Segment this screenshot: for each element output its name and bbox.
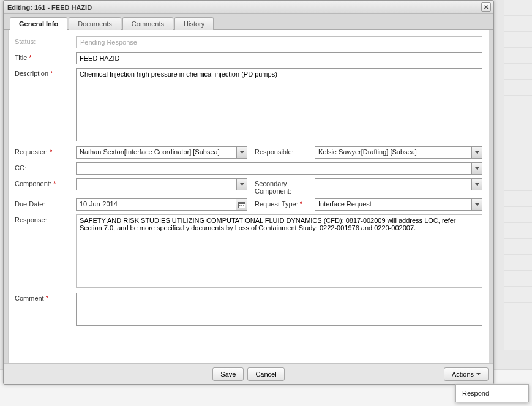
titlebar: Editing: 161 - FEED HAZID ✕ (4, 1, 493, 14)
requester-value: Nathan Sexton[Interface Coordinator] [Su… (77, 147, 236, 158)
label-description: Description * (15, 68, 76, 77)
cc-combo[interactable] (76, 162, 482, 175)
actions-button[interactable]: Actions (444, 367, 489, 381)
request-type-value: Interface Request (315, 199, 471, 210)
tab-comments[interactable]: Comments (122, 17, 173, 30)
chevron-down-icon (475, 151, 479, 154)
secondary-component-combo-trigger[interactable] (471, 179, 482, 190)
edit-window: Editing: 161 - FEED HAZID ✕ General Info… (3, 0, 494, 385)
request-type-combo[interactable]: Interface Request (315, 198, 482, 211)
actions-menu: Respond (455, 384, 529, 402)
title-input[interactable] (76, 52, 482, 64)
svg-marker-10 (475, 203, 479, 206)
chevron-down-icon (475, 183, 479, 186)
component-combo-trigger[interactable] (236, 179, 247, 190)
comment-textarea[interactable] (76, 293, 482, 326)
svg-marker-1 (475, 151, 479, 154)
due-date-picker[interactable]: 10-Jun-2014 (76, 198, 247, 211)
tabstrip: General Info Documents Comments History (4, 14, 493, 30)
requester-combo[interactable]: Nathan Sexton[Interface Coordinator] [Su… (76, 146, 247, 159)
secondary-component-value (315, 179, 471, 190)
tab-documents[interactable]: Documents (69, 17, 121, 30)
request-type-combo-trigger[interactable] (471, 199, 482, 210)
actions-button-label: Actions (452, 370, 474, 378)
dialog-footer: Save Cancel Actions (4, 363, 493, 384)
svg-marker-11 (476, 373, 481, 375)
label-request-type: Request Type: * (255, 198, 315, 208)
label-status: Status: (15, 36, 76, 45)
due-date-trigger[interactable] (236, 199, 247, 210)
label-responsible: Responsible: (255, 146, 315, 156)
window-title: Editing: 161 - FEED HAZID (7, 4, 92, 11)
requester-combo-trigger[interactable] (236, 147, 247, 158)
label-requester: Requester: * (15, 146, 76, 156)
close-button[interactable]: ✕ (481, 2, 491, 12)
chevron-down-icon (240, 183, 244, 186)
side-decor (504, 0, 532, 406)
responsible-combo[interactable]: Kelsie Sawyer[Drafting] [Subsea] (315, 146, 482, 159)
due-date-value: 10-Jun-2014 (77, 199, 236, 210)
chevron-down-icon (240, 151, 244, 154)
secondary-component-combo[interactable] (315, 178, 482, 190)
tab-history[interactable]: History (174, 17, 214, 30)
responsible-combo-trigger[interactable] (471, 147, 482, 158)
description-textarea[interactable]: Chemical Injection high pressure in chem… (76, 68, 482, 141)
form-panel: Status: Pending Response Title * Descrip… (8, 30, 489, 369)
svg-marker-0 (240, 151, 244, 154)
close-icon: ✕ (484, 4, 489, 10)
svg-rect-8 (241, 205, 242, 206)
component-combo[interactable] (76, 178, 247, 190)
tab-general-info[interactable]: General Info (10, 17, 67, 30)
label-comment: Comment * (15, 293, 76, 302)
label-due-date: Due Date: (15, 198, 76, 208)
chevron-down-icon (475, 167, 479, 170)
svg-marker-4 (475, 183, 479, 186)
label-component: Component: * (15, 178, 76, 187)
svg-rect-6 (238, 202, 245, 204)
label-response: Response: (15, 214, 76, 224)
calendar-icon (238, 201, 245, 208)
component-value (77, 179, 236, 190)
label-cc: CC: (15, 162, 76, 171)
response-textarea[interactable]: SAFETY AND RISK STUDIES UTILIZING COMPUT… (76, 214, 482, 288)
chevron-down-icon (475, 203, 479, 206)
responsible-value: Kelsie Sawyer[Drafting] [Subsea] (315, 147, 471, 158)
label-title: Title * (15, 52, 76, 61)
save-button[interactable]: Save (212, 367, 244, 381)
cc-combo-trigger[interactable] (471, 163, 482, 174)
svg-rect-9 (243, 205, 244, 206)
label-secondary-component: Secondary Component: (255, 178, 315, 195)
svg-marker-3 (240, 183, 244, 186)
svg-marker-2 (475, 167, 479, 170)
menu-item-respond[interactable]: Respond (456, 385, 528, 402)
caret-down-icon (476, 373, 481, 375)
cc-value (77, 163, 471, 174)
svg-rect-7 (239, 205, 241, 206)
status-value: Pending Response (76, 36, 482, 48)
cancel-button[interactable]: Cancel (247, 367, 284, 381)
